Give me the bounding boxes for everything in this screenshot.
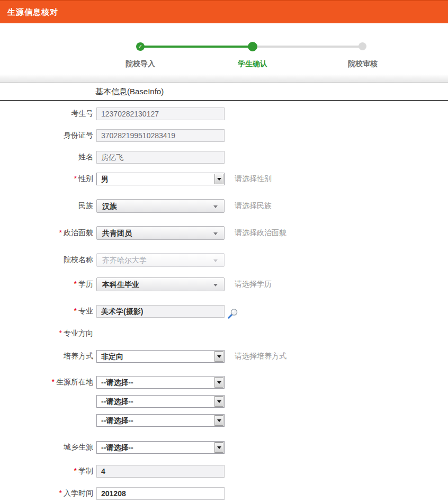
field-row-enrollment-date: *入学时间 201208 [0, 487, 225, 500]
chevron-down-icon [217, 178, 221, 181]
step-label-student-confirm: 学生确认 [216, 59, 290, 69]
schooling-years-label: *学制 [0, 467, 93, 476]
urban-rural-select[interactable]: --请选择-- [96, 441, 225, 454]
political-status-dropdown[interactable]: 共青团员 [96, 226, 225, 240]
chevron-down-icon [217, 446, 221, 449]
ethnicity-label: 民族 [0, 201, 93, 211]
chevron-down-icon [217, 381, 221, 384]
required-mark: * [74, 174, 77, 183]
chevron-down-icon [217, 355, 221, 358]
field-row-institution: 院校名称 齐齐哈尔大学 [0, 253, 225, 267]
institution-dropdown: 齐齐哈尔大学 [96, 253, 225, 267]
political-status-label: *政治面貌 [0, 228, 93, 238]
required-mark: * [74, 467, 77, 475]
stepper-panel-bottom-strip [0, 74, 448, 83]
required-mark: * [52, 378, 55, 386]
required-mark: * [59, 329, 62, 337]
examinee-number-label: 考生号 [0, 109, 93, 119]
step-current-dot-icon [248, 42, 257, 51]
field-row-id-card: 身份证号 370282199510283419 [0, 129, 225, 142]
page-header: 生源信息核对 [0, 0, 448, 23]
enrollment-date-input[interactable]: 201208 [96, 487, 225, 500]
stepper-line-done [140, 46, 253, 48]
chevron-down-icon [217, 400, 221, 403]
field-row-ethnicity: 民族 汉族 请选择民族 [0, 199, 272, 213]
major-input[interactable]: 美术学(摄影) [96, 305, 225, 318]
required-mark: * [74, 280, 77, 288]
chevron-down-icon [213, 259, 218, 262]
chevron-down-icon [213, 232, 218, 235]
major-label: *专业 [0, 307, 93, 316]
page-title: 生源信息核对 [0, 7, 58, 17]
training-mode-select[interactable]: 非定向 [96, 350, 225, 363]
progress-stepper: ✓ 院校导入 学生确认 院校审核 [0, 23, 448, 74]
step-done-check-icon: ✓ [136, 42, 145, 51]
id-card-label: 身份证号 [0, 131, 93, 140]
select-arrow-button [214, 415, 223, 426]
select-arrow-button [214, 351, 223, 362]
institution-label: 院校名称 [0, 255, 93, 265]
schooling-years-input[interactable]: 4 [96, 465, 225, 478]
field-row-examinee-number: 考生号 12370282130127 [0, 107, 225, 121]
field-row-origin-province: *生源所在地 --请选择-- [0, 375, 225, 389]
field-row-origin-city: --请选择-- [0, 395, 225, 408]
name-input: 房亿飞 [96, 151, 225, 164]
id-card-input: 370282199510283419 [96, 129, 225, 142]
chevron-down-icon [213, 284, 218, 286]
field-row-training-mode: 培养方式 非定向 请选择培养方式 [0, 349, 286, 363]
origin-city-select[interactable]: --请选择-- [96, 395, 225, 408]
required-mark: * [59, 228, 62, 237]
select-arrow-button [214, 174, 223, 184]
field-row-political-status: *政治面貌 共青团员 请选择政治面貌 [0, 226, 286, 240]
search-magnifier-icon[interactable] [227, 308, 239, 320]
gender-label: *性别 [0, 174, 93, 184]
select-arrow-button [214, 396, 223, 407]
field-row-schooling-years: *学制 4 [0, 464, 225, 478]
gender-hint: 请选择性别 [235, 174, 272, 184]
education-level-label: *学历 [0, 280, 93, 289]
major-direction-label: *专业方向 [0, 329, 93, 338]
political-status-hint: 请选择政治面貌 [235, 228, 286, 238]
chevron-down-icon [217, 419, 221, 422]
step-label-review: 院校审核 [326, 59, 400, 69]
required-mark: * [74, 307, 77, 315]
field-row-major-direction: *专业方向 [0, 327, 93, 340]
step-pending-dot-icon [359, 42, 366, 50]
field-row-education-level: *学历 本科生毕业 请选择学历 [0, 277, 272, 291]
field-row-urban-rural: 城乡生源 --请选择-- [0, 441, 225, 454]
select-arrow-button [214, 442, 223, 453]
gender-select[interactable]: 男 [96, 173, 225, 185]
field-row-origin-county: --请选择-- [0, 414, 225, 427]
field-row-major: *专业 美术学(摄影) [0, 304, 239, 318]
urban-rural-label: 城乡生源 [0, 443, 93, 452]
examinee-number-input: 12370282130127 [96, 107, 225, 120]
ethnicity-dropdown[interactable]: 汉族 [96, 199, 225, 213]
required-mark: * [59, 489, 62, 497]
chevron-down-icon [213, 205, 218, 208]
name-label: 姓名 [0, 153, 93, 162]
tab-baseinfo[interactable]: 基本信息(BaseInfo) [95, 83, 164, 100]
tab-bar: 基本信息(BaseInfo) [0, 83, 448, 101]
training-mode-hint: 请选择培养方式 [235, 352, 286, 361]
origin-location-label: *生源所在地 [0, 378, 93, 387]
origin-county-select[interactable]: --请选择-- [96, 414, 225, 427]
field-row-gender: *性别 男 请选择性别 [0, 172, 272, 186]
baseinfo-form: 考生号 12370282130127 身份证号 3702821995102834… [0, 101, 448, 502]
select-arrow-button [214, 377, 223, 388]
step-label-import: 院校导入 [103, 59, 177, 69]
training-mode-label: 培养方式 [0, 352, 93, 361]
education-level-hint: 请选择学历 [235, 280, 272, 289]
ethnicity-hint: 请选择民族 [235, 201, 272, 211]
field-row-name: 姓名 房亿飞 [0, 150, 225, 164]
enrollment-date-label: *入学时间 [0, 489, 93, 498]
education-level-dropdown[interactable]: 本科生毕业 [96, 277, 225, 291]
origin-province-select[interactable]: --请选择-- [96, 376, 225, 389]
stepper-line-pending [253, 46, 363, 48]
